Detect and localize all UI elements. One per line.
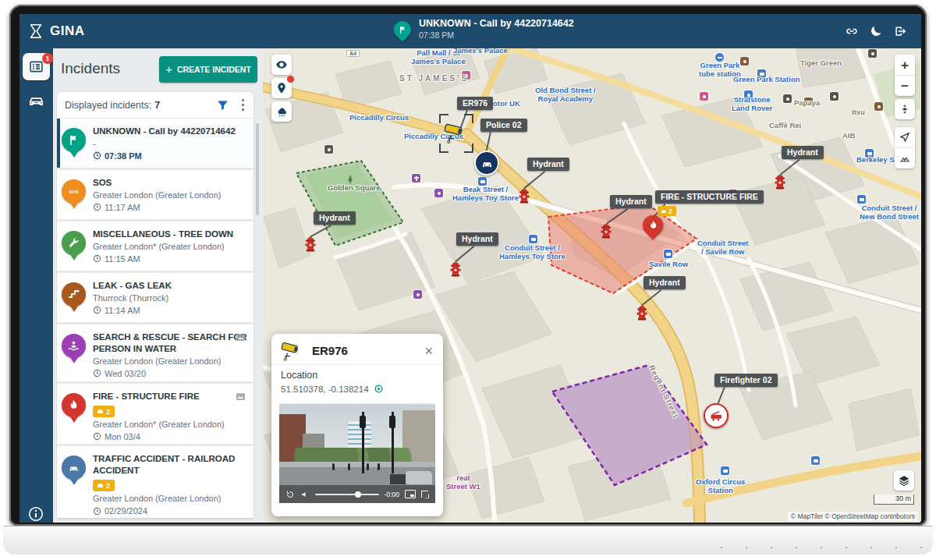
hydrant-marker[interactable] — [601, 223, 612, 239]
food-poi-icon — [868, 49, 877, 58]
incident-time: 11:17 AM — [93, 203, 247, 212]
video-time: -0:00 — [385, 491, 399, 498]
filter-icon[interactable] — [216, 98, 229, 112]
volume-icon[interactable] — [300, 490, 310, 499]
bus-poi-icon — [811, 456, 820, 465]
layers-icon — [898, 474, 910, 487]
incident-list-item[interactable]: LEAK - GAS LEAKThurrock (Thurrock)11:14 … — [57, 273, 254, 322]
terrain-button[interactable] — [895, 147, 915, 168]
cross-poi-icon — [412, 174, 420, 183]
incident-list-item[interactable]: SEARCH & RESCUE - SEARCH FOR PERSON IN W… — [57, 324, 254, 381]
incidents-card: Displayed incidents: 7 UNKNOWN - Call by… — [57, 92, 254, 518]
laptop-chin — [3, 526, 933, 555]
police-vehicle-marker[interactable] — [474, 151, 499, 175]
bus-poi-icon — [757, 69, 766, 78]
car-pin-icon — [62, 455, 86, 480]
gina-logo[interactable]: GINA — [27, 23, 85, 40]
hydrant-marker[interactable] — [305, 236, 316, 253]
incident-list-item[interactable]: UNKNOWN - Call by 44220714642-07:38 PM — [57, 119, 254, 168]
incident-time: 02/29/2024 — [93, 506, 247, 516]
dark-mode-icon[interactable] — [869, 24, 883, 38]
hydrant-marker[interactable] — [775, 174, 785, 190]
hydrant-marker[interactable] — [636, 305, 647, 321]
incident-location: Thurrock (Thurrock) — [93, 292, 247, 304]
bus-poi-icon — [478, 177, 487, 186]
gina-logo-icon — [27, 23, 44, 40]
plus-icon: + — [901, 58, 909, 72]
cam-poi-icon — [413, 290, 422, 299]
tube-poi-icon — [715, 53, 724, 62]
svg-text:SOS: SOS — [69, 190, 79, 194]
video-progress-slider[interactable] — [315, 494, 379, 495]
map-marker-label[interactable]: Hydrant — [782, 146, 824, 159]
incident-location: Greater London (Greater London) — [93, 190, 247, 201]
flame-pin-icon — [62, 393, 86, 417]
map-marker-label[interactable]: Hydrant — [644, 276, 686, 289]
markers-tool-button[interactable] — [271, 78, 292, 98]
map-marker-label[interactable]: Hydrant — [314, 211, 356, 225]
left-nav-rail: 1 › — [20, 48, 53, 523]
map-marker-label[interactable]: Hydrant — [610, 195, 652, 208]
camera-video-feed[interactable]: -0:00 — [279, 403, 435, 503]
zone-resource-badge: 2 — [658, 206, 676, 216]
police-car-icon — [480, 156, 495, 171]
hotel-poi-icon — [700, 92, 708, 101]
close-icon[interactable]: × — [422, 344, 435, 358]
tilt-3d-icon — [899, 103, 911, 115]
info-button[interactable] — [27, 505, 44, 523]
cctv-camera-marker[interactable] — [443, 121, 470, 147]
hydrant-marker[interactable] — [519, 188, 530, 204]
map-marker-label[interactable]: Hydrant — [456, 232, 498, 246]
bus-poi-icon — [664, 250, 672, 258]
incident-details: TRAFFIC ACCIDENT - RAILROAD ACCIDENT2Gre… — [93, 453, 247, 512]
visibility-tool-button[interactable] — [271, 55, 292, 75]
map-marker-label[interactable]: ER976 — [457, 97, 493, 110]
golden-square-zone[interactable] — [296, 161, 403, 246]
incident-list-item[interactable]: TRAFFIC ACCIDENT - RAILROAD ACCIDENT2Gre… — [57, 446, 254, 518]
map-marker-label[interactable]: FIRE - STRUCTURE FIRE — [655, 190, 764, 204]
panel-scrollbar[interactable] — [256, 123, 259, 215]
cart-poi-icon — [324, 145, 333, 154]
nav-vehicles-button[interactable] — [27, 92, 45, 110]
incident-details: SEARCH & RESCUE - SEARCH FOR PERSON IN W… — [93, 331, 247, 375]
fullscreen-icon[interactable] — [421, 491, 429, 498]
replay-icon[interactable] — [285, 490, 295, 499]
incident-flag-pin-icon — [390, 17, 414, 41]
active-incident-title: UNKNOWN - Call by 44220714642 — [419, 18, 574, 29]
map-marker-label[interactable]: Firefighter 02 — [714, 374, 778, 387]
hydrant-marker[interactable] — [450, 261, 461, 278]
incident-list-item[interactable]: SOSSOSGreater London (Greater London)11:… — [57, 170, 254, 219]
link-icon[interactable] — [845, 24, 859, 38]
map-tools — [271, 55, 292, 122]
nav-incidents-button[interactable]: 1 — [23, 53, 50, 80]
incident-title: FIRE - STRUCTURE FIRE — [93, 391, 247, 402]
picture-in-picture-icon[interactable] — [405, 490, 416, 498]
cctv-camera-icon — [279, 340, 306, 361]
vehicle-icon — [27, 92, 45, 110]
incident-list: UNKNOWN - Call by 44220714642-07:38 PMSO… — [57, 119, 254, 518]
zoom-in-button[interactable]: + — [895, 55, 915, 75]
minus-icon: − — [901, 80, 909, 93]
locate-button[interactable] — [895, 127, 915, 147]
map-marker-label[interactable]: Police 02 — [480, 119, 527, 132]
create-incident-button[interactable]: +CREATE INCIDENT — [159, 56, 257, 83]
incident-details: UNKNOWN - Call by 44220714642-07:38 PM — [93, 126, 247, 161]
active-incident-banner[interactable]: UNKNOWN - Call by 44220714642 07:38 PM — [394, 18, 574, 40]
displayed-incidents-label: Displayed incidents: — [65, 100, 151, 111]
incident-time: 07:38 PM — [93, 151, 247, 161]
firefighter-vehicle-marker[interactable] — [704, 403, 729, 428]
tilt-button[interactable] — [895, 99, 915, 119]
app-window: GINA UNKNOWN - Call by 44220714642 07:38… — [20, 14, 921, 523]
logout-icon[interactable] — [893, 24, 907, 38]
map-marker-label[interactable]: Hydrant — [527, 158, 569, 171]
incident-list-item[interactable]: FIRE - STRUCTURE FIRE2Greater London* (G… — [57, 384, 254, 445]
target-icon[interactable] — [374, 384, 384, 394]
zoom-out-button[interactable]: − — [895, 75, 915, 96]
incident-list-item[interactable]: MISCELLANEOUS - TREE DOWNGreater London*… — [57, 222, 254, 271]
more-options-icon[interactable] — [240, 97, 246, 113]
layers-button[interactable] — [894, 470, 914, 491]
weather-tool-button[interactable] — [271, 101, 292, 122]
notification-dot — [287, 76, 294, 83]
incident-subtitle: - — [93, 138, 247, 150]
fire-truck-icon — [709, 409, 724, 424]
